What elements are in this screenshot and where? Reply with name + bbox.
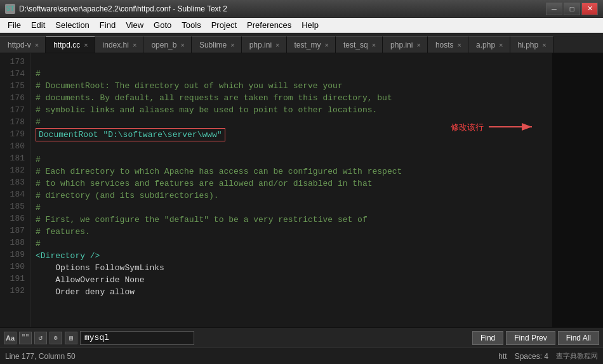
- titlebar-left: ST D:\software\server\apache2.2\conf\htt…: [5, 4, 227, 14]
- line-number-183: 183: [0, 176, 25, 188]
- code-area[interactable]: ## DocumentRoot: The directory out of wh…: [30, 53, 552, 327]
- code-line-177: # symbolic links and aliases may be used…: [36, 104, 547, 116]
- editor-container: 1731741751761771781791801811821831841851…: [0, 53, 603, 327]
- menubar: FileEditSelectionFindViewGotoToolsProjec…: [0, 18, 603, 33]
- line-number-176: 176: [0, 92, 25, 104]
- line-number-181: 181: [0, 152, 25, 164]
- line-number-178: 178: [0, 116, 25, 128]
- tab-11[interactable]: hi.php×: [510, 36, 553, 53]
- find-button[interactable]: Find: [472, 331, 503, 345]
- menu-item-preferences[interactable]: Preferences: [242, 18, 296, 32]
- tab-2[interactable]: index.hi×: [95, 36, 144, 53]
- maximize-button[interactable]: □: [564, 3, 580, 15]
- tab-close-5[interactable]: ×: [275, 41, 279, 49]
- menu-item-tools[interactable]: Tools: [176, 18, 206, 32]
- menu-item-view[interactable]: View: [121, 18, 149, 32]
- window-title: D:\software\server\apache2.2\conf\httpd.…: [19, 4, 227, 13]
- tab-4[interactable]: Sublime×: [192, 36, 242, 53]
- replace-button[interactable]: ⚙: [50, 332, 62, 344]
- menu-item-edit[interactable]: Edit: [26, 18, 50, 32]
- code-line-185: #: [36, 202, 547, 214]
- menu-item-file[interactable]: File: [3, 18, 26, 32]
- line-number-173: 173: [0, 56, 25, 68]
- code-line-192: Order deny allow: [36, 286, 547, 298]
- line-number-180: 180: [0, 140, 25, 152]
- tab-close-10[interactable]: ×: [499, 41, 503, 49]
- code-line-189: <Directory />: [36, 250, 547, 262]
- menu-item-selection[interactable]: Selection: [50, 18, 94, 32]
- tab-bar: httpd-v×httpd.cc×index.hi×open_b×Sublime…: [0, 33, 603, 53]
- tab-close-8[interactable]: ×: [416, 41, 420, 49]
- case-sensitive-button[interactable]: Aa: [4, 332, 17, 344]
- watermark: 查字典教程网: [556, 351, 598, 361]
- minimize-button[interactable]: ─: [546, 3, 562, 15]
- tab-10[interactable]: a.php×: [468, 36, 510, 53]
- search-input[interactable]: [80, 331, 194, 345]
- line-number-188: 188: [0, 237, 25, 249]
- line-number-182: 182: [0, 164, 25, 176]
- tab-6[interactable]: test_my×: [287, 36, 336, 53]
- whole-word-button[interactable]: "": [19, 332, 32, 344]
- tab-5[interactable]: php.ini×: [242, 36, 287, 53]
- statusbar: Line 177, Column 50 htt Spaces: 4 查字典教程网: [0, 348, 603, 364]
- tab-close-2[interactable]: ×: [133, 41, 136, 49]
- line-number-185: 185: [0, 200, 25, 212]
- find-prev-button[interactable]: Find Prev: [506, 331, 555, 345]
- tab-close-6[interactable]: ×: [325, 41, 329, 49]
- code-line-188: #: [36, 238, 547, 250]
- line-number-189: 189: [0, 249, 25, 261]
- line-number-187: 187: [0, 224, 25, 237]
- code-line-180: [36, 141, 547, 153]
- code-line-190: Options FollowSymLinks: [36, 262, 547, 274]
- code-line-183: # to which services and features are all…: [36, 178, 547, 190]
- titlebar: ST D:\software\server\apache2.2\conf\htt…: [0, 0, 603, 18]
- menu-item-help[interactable]: Help: [296, 18, 324, 32]
- code-line-174: #: [36, 68, 547, 80]
- line-number-174: 174: [0, 68, 25, 80]
- code-lines: ## DocumentRoot: The directory out of wh…: [36, 56, 547, 298]
- highlighted-directive: DocumentRoot "D:\software\server\www": [36, 128, 225, 141]
- code-line-175: # DocumentRoot: The directory out of whi…: [36, 80, 547, 92]
- tab-close-1[interactable]: ×: [84, 41, 88, 49]
- regex-button[interactable]: ↺: [34, 332, 47, 344]
- menu-item-goto[interactable]: Goto: [149, 18, 176, 32]
- line-number-177: 177: [0, 104, 25, 116]
- tab-close-0[interactable]: ×: [35, 41, 39, 49]
- statusbar-right: htt Spaces: 4 查字典教程网: [498, 351, 598, 361]
- close-button[interactable]: ✕: [581, 3, 598, 15]
- code-line-191: AllowOverride None: [36, 274, 547, 286]
- spaces-status: Spaces: 4: [515, 352, 548, 361]
- line-number-186: 186: [0, 212, 25, 224]
- tab-8[interactable]: php.ini×: [383, 36, 428, 53]
- code-line-176: # documents. By default, all requests ar…: [36, 92, 547, 104]
- tab-3[interactable]: open_b×: [143, 36, 191, 53]
- line-number-191: 191: [0, 273, 25, 285]
- line-number-175: 175: [0, 80, 25, 92]
- cursor-position: Line 177, Column 50: [5, 352, 76, 361]
- bottom-toolbar: Aa "" ↺ ⚙ ▤ Find Find Prev Find All: [0, 327, 603, 348]
- line-number-179: 179: [0, 128, 25, 140]
- find-all-button[interactable]: Find All: [558, 331, 599, 345]
- context-button[interactable]: ▤: [65, 332, 77, 344]
- app-icon: ST: [5, 4, 15, 14]
- line-numbers: 1731741751761771781791801811821831841851…: [0, 53, 30, 327]
- line-number-192: 192: [0, 285, 25, 297]
- tab-1[interactable]: httpd.cc×: [46, 36, 95, 53]
- tab-close-11[interactable]: ×: [542, 41, 546, 49]
- line-number-190: 190: [0, 261, 25, 273]
- menu-item-find[interactable]: Find: [95, 18, 121, 32]
- tab-7[interactable]: test_sq×: [336, 36, 383, 53]
- encoding-status: htt: [498, 352, 507, 361]
- tab-close-4[interactable]: ×: [230, 41, 234, 49]
- window-controls: ─ □ ✕: [546, 3, 598, 15]
- tab-close-7[interactable]: ×: [372, 41, 376, 49]
- annotation-arrow: [489, 120, 540, 133]
- minimap: ████ ██ ████████ ████ ██████ ████ ██ ███…: [552, 53, 603, 327]
- code-line-184: # directory (and its subdirectories).: [36, 190, 547, 202]
- tab-close-9[interactable]: ×: [458, 41, 461, 49]
- code-line-182: # Each directory to which Apache has acc…: [36, 166, 547, 178]
- tab-0[interactable]: httpd-v×: [0, 36, 46, 53]
- tab-close-3[interactable]: ×: [180, 41, 184, 49]
- menu-item-project[interactable]: Project: [206, 18, 242, 32]
- tab-9[interactable]: hosts×: [428, 36, 468, 53]
